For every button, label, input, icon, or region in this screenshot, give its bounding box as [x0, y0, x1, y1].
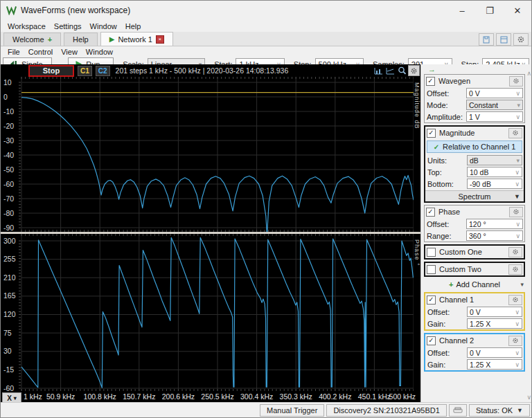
custom-one-checkbox[interactable]	[427, 248, 436, 257]
phase-checkbox[interactable]: ✓	[426, 208, 435, 217]
chevron-down-icon: ∨	[515, 113, 520, 120]
channel1-badge[interactable]: C1	[78, 66, 92, 76]
channel2-gain-row: Gain: 1.25 X ∨	[425, 358, 524, 370]
add-workspace-icon[interactable]: +	[48, 35, 52, 44]
tab-help[interactable]: Help	[64, 33, 98, 46]
wavegen-offset-input[interactable]: 0 V ∨	[466, 88, 523, 98]
add-channel-button[interactable]: + Add Channel ▾	[424, 279, 525, 290]
wavegen-checkbox[interactable]: ✓	[426, 77, 435, 86]
phase-title: Phase	[438, 208, 460, 216]
layout-window-icon[interactable]	[496, 33, 511, 46]
phase-axis-label: Phase °	[414, 234, 420, 391]
y-tick-label: -10	[3, 107, 14, 116]
tab-bar: Welcome + Help ▶ Network 1 ×	[1, 32, 531, 46]
magnitude-title: Magnitude	[439, 129, 475, 137]
waveforms-app: { "window": {"title": "WaveForms (new wo…	[0, 0, 532, 418]
wavegen-title: Wavegen	[438, 77, 470, 85]
y-tick-label: -15	[3, 365, 14, 374]
stop-acquisition-button[interactable]: Stop	[28, 65, 74, 77]
magnitude-checkbox[interactable]: ✓	[427, 129, 436, 138]
y-tick-label: 165	[3, 291, 16, 300]
plot-header-icons	[373, 64, 420, 77]
bottom-input[interactable]: -90 dB ∨	[467, 179, 522, 189]
phase-offset-input[interactable]: 120 ° ∨	[466, 219, 523, 229]
close-button[interactable]: ✕	[504, 1, 531, 20]
phase-range-label: Range:	[427, 232, 466, 240]
channel2-checkbox[interactable]: ✓	[427, 336, 436, 345]
y-tick-label: -80	[3, 209, 14, 217]
y-tick-label: 300	[3, 237, 16, 245]
menu-settings[interactable]: Settings	[50, 22, 86, 30]
magnitude-gear-icon[interactable]	[508, 128, 522, 138]
menu-file[interactable]: File	[3, 48, 24, 56]
phase-offset-value: 120 °	[469, 220, 486, 228]
tab-welcome[interactable]: Welcome +	[3, 33, 61, 46]
menu-window[interactable]: Window	[86, 22, 121, 30]
workspace-gear-icon[interactable]	[513, 33, 529, 46]
panel-scroll-down-icon[interactable]: ∨	[526, 394, 531, 401]
wavegen-gear-icon[interactable]	[509, 76, 523, 87]
expand-arrow-icon[interactable]: →	[428, 65, 436, 73]
menu-view[interactable]: View	[57, 48, 82, 56]
y-tick-label: 75	[3, 329, 12, 337]
channel2-gain-input[interactable]: 1.25 X ∨	[467, 359, 522, 370]
offset-label: Offset:	[427, 89, 466, 98]
spectrum-dropdown[interactable]: Spectrum ▼	[425, 190, 524, 201]
x-tick-label: 150.7 kHz	[123, 392, 155, 401]
menu-workspace[interactable]: Workspace	[3, 22, 50, 30]
cursors-icon[interactable]	[373, 65, 384, 76]
spectrum-label: Spectrum	[458, 192, 490, 201]
channel2-badge[interactable]: C2	[96, 66, 110, 76]
status-bar: Manual Trigger Discovery2 SN:210321A95BD…	[1, 402, 532, 417]
channel1-gear-icon[interactable]	[508, 295, 522, 305]
channel2-offset-input[interactable]: 0 V ∨	[467, 347, 522, 358]
custom-two-gear-icon[interactable]	[508, 264, 522, 275]
units-label: Units:	[427, 156, 467, 165]
custom-two-checkbox[interactable]	[427, 265, 436, 274]
device-icon[interactable]	[449, 404, 467, 417]
zoom-icon[interactable]	[396, 65, 408, 76]
channel1-checkbox[interactable]: ✓	[427, 296, 436, 305]
save-project-icon[interactable]	[479, 33, 494, 46]
channel1-header: ✓ Channel 1	[425, 293, 524, 306]
phase-plot[interactable]: 3002552101651207530-15-60	[1, 234, 414, 391]
relative-to-channel1-button[interactable]: ✓ Relative to Channel 1	[427, 140, 522, 153]
phase-gear-icon[interactable]	[509, 207, 523, 217]
channel1-gain-input[interactable]: 1.25 X ∨	[467, 318, 522, 329]
menu-window2[interactable]: Window	[82, 48, 117, 56]
magnitude-plot[interactable]: 100-10-20-30-40-50-60-70-80-90	[1, 77, 414, 232]
x-tick-label: 500 kHz	[389, 392, 416, 401]
ch1-gain-value: 1.25 X	[470, 320, 490, 328]
trigger-status[interactable]: Manual Trigger	[260, 404, 324, 417]
measure-icon[interactable]	[384, 65, 396, 76]
panel-scroll-up-icon[interactable]: ∧	[526, 70, 531, 77]
wavegen-amplitude-input[interactable]: 1 V ∨	[466, 111, 523, 122]
maximize-button[interactable]: ❐	[476, 1, 504, 20]
channel1-offset-input[interactable]: 0 V ∨	[467, 307, 522, 317]
minimize-button[interactable]: –	[448, 1, 476, 20]
channel1-offset-row: Offset: 0 V ∨	[425, 306, 524, 318]
custom-one-gear-icon[interactable]	[508, 247, 522, 257]
phase-range-input[interactable]: 360 ° ∨	[466, 230, 523, 241]
custom-one-title: Custom One	[439, 248, 482, 256]
top-input[interactable]: 10 dB ∨	[467, 167, 522, 177]
amplitude-label: Amplitude:	[427, 113, 466, 121]
channel2-gear-icon[interactable]	[508, 336, 522, 346]
phase-offset-row: Offset: 120 ° ∨	[425, 218, 524, 230]
tab-close-icon[interactable]: ×	[156, 35, 164, 44]
chevron-down-icon: ▾	[516, 157, 520, 164]
y-tick-label: -60	[3, 180, 14, 188]
phase-range-value: 360 °	[469, 232, 486, 240]
tab-network[interactable]: ▶ Network 1 ×	[100, 32, 173, 46]
wavegen-offset-row: Offset: 0 V ∨	[425, 87, 524, 99]
units-select[interactable]: dB ▾	[467, 155, 522, 165]
menu-help[interactable]: Help	[121, 22, 145, 30]
status-ok[interactable]: Status: OK ▼	[469, 404, 530, 417]
device-status[interactable]: Discovery2 SN:210321A95BD1	[326, 404, 446, 417]
channel2-offset-row: Offset: 0 V ∨	[425, 347, 524, 358]
wavegen-mode-select[interactable]: Constant ▾	[466, 100, 523, 110]
phase-offset-label: Offset:	[427, 220, 466, 228]
plot-settings-gear-icon[interactable]	[408, 65, 420, 76]
x-tick-label: 300.4 kHz	[240, 392, 273, 401]
menu-control[interactable]: Control	[24, 48, 57, 56]
